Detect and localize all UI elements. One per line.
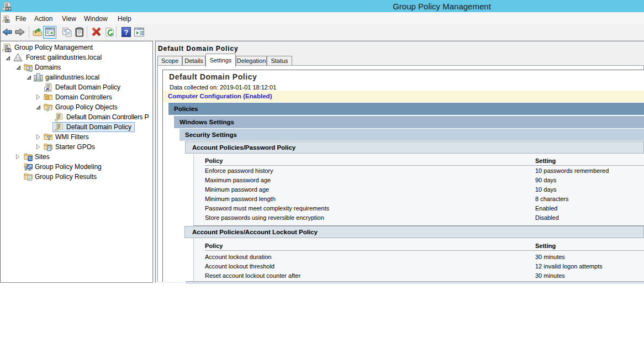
svg-text:?: ? [124,28,129,36]
